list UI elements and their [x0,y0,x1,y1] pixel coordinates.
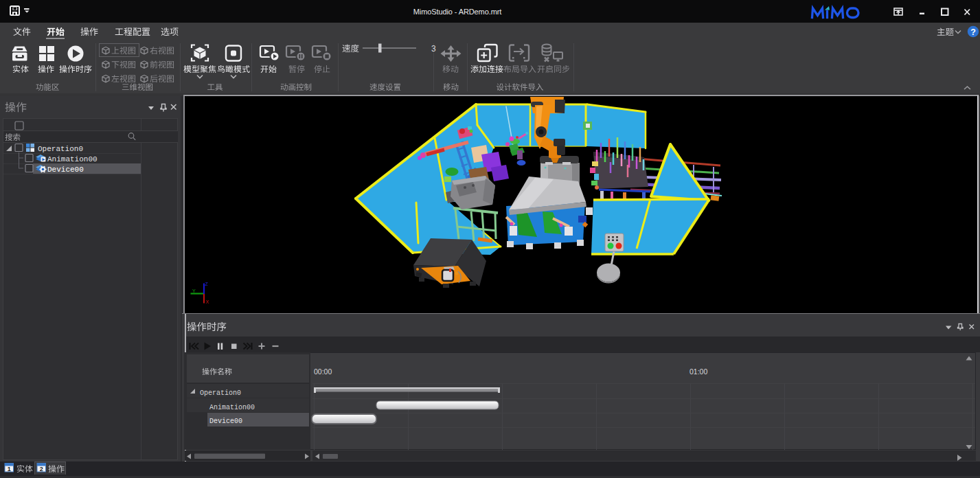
svg-text:Operation0: Operation0 [38,145,83,153]
svg-text:MimoStudio - ARDemo.mrt: MimoStudio - ARDemo.mrt [413,8,502,16]
svg-text:Operation0: Operation0 [200,389,241,397]
svg-text:1: 1 [8,466,11,473]
svg-text:01:00: 01:00 [690,367,707,376]
svg-text:Device00: Device00 [209,418,242,425]
svg-text:?: ? [970,27,976,37]
svg-text:3: 3 [431,44,436,54]
svg-text:Animation00: Animation00 [47,155,98,163]
svg-text:Device00: Device00 [47,166,84,174]
svg-text:Animation00: Animation00 [209,404,255,411]
svg-text:00:00: 00:00 [314,367,332,376]
svg-text:2: 2 [40,466,43,473]
